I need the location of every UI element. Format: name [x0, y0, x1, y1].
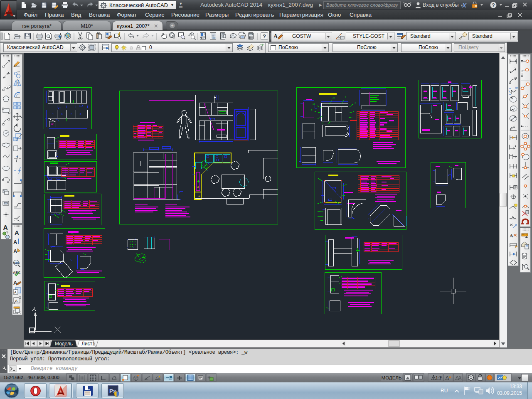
svg-text:A: A: [15, 299, 18, 303]
svg-text:5: 5: [62, 113, 63, 115]
svg-text:+: +: [198, 195, 200, 198]
svg-text:8: 8: [311, 108, 312, 111]
svg-text:7: 7: [345, 96, 346, 99]
svg-text:A: A: [14, 291, 17, 294]
svg-text:?: ?: [263, 33, 266, 39]
svg-text:4: 4: [52, 113, 54, 115]
svg-text:8: 8: [80, 113, 81, 115]
svg-text:Модель: Модель: [55, 341, 73, 347]
svg-text:A: A: [3, 224, 8, 232]
svg-text:o: o: [509, 94, 511, 96]
svg-text:3: 3: [355, 101, 356, 104]
svg-text:o: o: [516, 86, 518, 89]
svg-text:A: A: [13, 239, 17, 245]
svg-text:A: A: [273, 33, 278, 39]
svg-text:A: A: [15, 229, 19, 236]
svg-text:3: 3: [197, 185, 199, 188]
svg-text:25: 25: [332, 96, 335, 99]
svg-text:A: A: [13, 248, 17, 254]
svg-text:o: o: [509, 87, 511, 89]
svg-text:7: 7: [71, 113, 72, 115]
svg-text:?: ?: [492, 2, 495, 8]
svg-text:A: A: [449, 375, 451, 379]
svg-text:Лист1: Лист1: [81, 341, 95, 347]
svg-text:ABC: ABC: [14, 261, 20, 264]
svg-text:ABC: ABC: [13, 271, 20, 275]
svg-text:A: A: [510, 234, 513, 238]
svg-text:ЦГ: ЦГ: [51, 123, 54, 125]
svg-text:12: 12: [313, 103, 315, 105]
svg-text:Y: Y: [508, 90, 510, 92]
svg-text:1:1: 1:1: [436, 376, 441, 380]
